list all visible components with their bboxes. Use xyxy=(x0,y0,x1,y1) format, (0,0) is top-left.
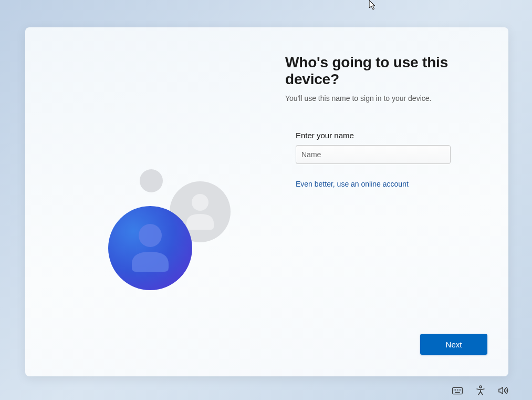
setup-card: Who's going to use this device? You'll u… xyxy=(25,27,508,376)
name-input[interactable] xyxy=(296,145,451,164)
svg-point-4 xyxy=(139,224,162,247)
illustration-panel xyxy=(25,27,285,376)
taskbar xyxy=(452,385,509,396)
name-label: Enter your name xyxy=(296,131,487,140)
svg-point-3 xyxy=(108,206,192,290)
svg-point-17 xyxy=(479,386,482,388)
page-title: Who's going to use this device? xyxy=(285,54,487,88)
keyboard-icon[interactable] xyxy=(452,385,463,396)
svg-point-0 xyxy=(140,169,163,192)
accessibility-icon[interactable] xyxy=(475,385,486,396)
svg-point-2 xyxy=(192,194,208,211)
cursor-icon xyxy=(369,0,378,13)
page-subtitle: You'll use this name to sign in to your … xyxy=(285,94,487,102)
form-panel: Who's going to use this device? You'll u… xyxy=(285,27,508,376)
next-button[interactable]: Next xyxy=(420,334,487,355)
user-illustration-icon xyxy=(107,167,233,293)
online-account-link[interactable]: Even better, use an online account xyxy=(296,180,409,188)
volume-icon[interactable] xyxy=(498,385,509,396)
